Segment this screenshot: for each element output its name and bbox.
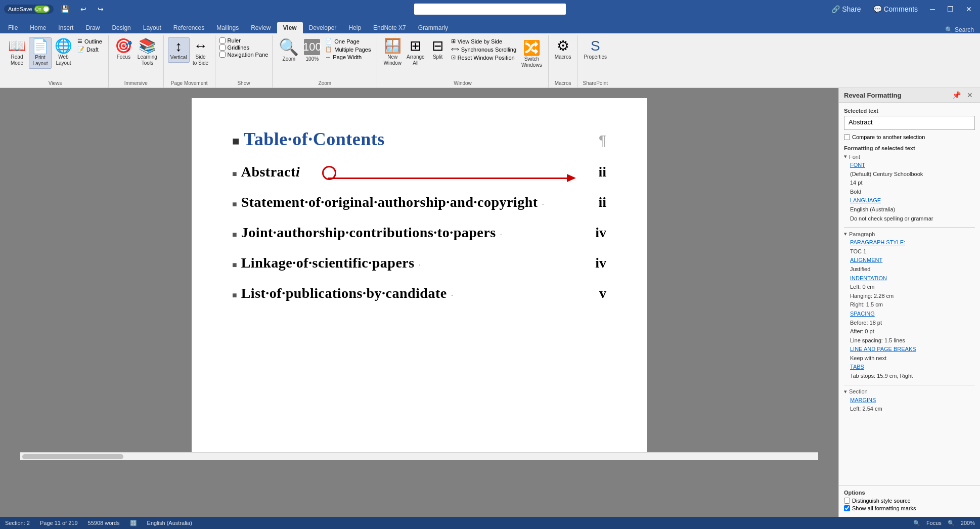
line-page-key[interactable]: LINE AND PAGE BREAKS	[850, 346, 916, 352]
split-label: Split	[433, 54, 442, 60]
document-main[interactable]: ■ Table·of·Contents ¶ ■ Abstracti ii	[0, 88, 838, 517]
show-all-marks-checkbox[interactable]	[844, 505, 850, 511]
zoom-100-button[interactable]: 100 100%	[302, 37, 322, 64]
ruler-checkbox-item[interactable]: Ruler	[219, 37, 269, 43]
selected-text-label: Selected text	[844, 108, 975, 114]
focus-button[interactable]: 🎯 Focus	[113, 37, 135, 62]
reset-window-button[interactable]: ⊡ Reset Window Position	[449, 54, 518, 61]
title-search-input[interactable]	[414, 4, 566, 15]
tab-file[interactable]: File	[2, 22, 24, 33]
spacing-after: After: 0 pt	[850, 327, 975, 336]
comments-button[interactable]: 💬 Comments	[869, 5, 922, 13]
h-scroll-thumb[interactable]	[22, 454, 123, 459]
arrow-container	[328, 173, 576, 183]
margins-key[interactable]: MARGINS	[850, 397, 876, 403]
distinguish-style-row[interactable]: Distinguish style source	[844, 498, 975, 504]
web-layout-button[interactable]: 🌐 WebLayout	[53, 37, 74, 68]
tab-mailings[interactable]: Mailings	[210, 22, 245, 33]
font-section-header[interactable]: ▾ Font	[844, 153, 975, 160]
read-mode-button[interactable]: 📖 ReadMode	[6, 37, 28, 68]
toc-main-title[interactable]: Table·of·Contents	[244, 128, 599, 150]
section-section-title: Section	[849, 388, 868, 394]
restore-button[interactable]: ❐	[943, 5, 958, 13]
tab-grammarly[interactable]: Grammarly	[412, 22, 454, 33]
margins-value: Left: 2.54 cm	[850, 405, 975, 414]
nav-pane-checkbox-item[interactable]: Navigation Pane	[219, 52, 269, 58]
tab-layout[interactable]: Layout	[137, 22, 167, 33]
redo-button[interactable]: ↪	[94, 5, 108, 13]
learning-tools-button[interactable]: 📚 LearningTools	[136, 37, 159, 68]
macros-items: ⚙ Macros	[553, 35, 573, 79]
one-page-button[interactable]: 📄 One Page	[323, 37, 373, 45]
minimize-button[interactable]: ─	[926, 5, 939, 13]
tab-home[interactable]: Home	[24, 22, 52, 33]
tab-draw[interactable]: Draw	[79, 22, 106, 33]
tab-design[interactable]: Design	[106, 22, 137, 33]
language-key[interactable]: LANGUAGE	[850, 197, 881, 203]
horizontal-scrollbar[interactable]	[20, 452, 818, 460]
section-section-header[interactable]: ▾ Section	[844, 388, 975, 395]
vertical-button[interactable]: ↕ Vertical	[168, 37, 190, 63]
section-section: ▾ Section MARGINS Left: 2.54 cm	[844, 388, 975, 414]
title-bar-center	[328, 4, 652, 15]
properties-button[interactable]: S Properties	[582, 37, 609, 62]
save-button[interactable]: 💾	[57, 5, 73, 13]
split-button[interactable]: ⊟ Split	[428, 37, 448, 62]
arrange-all-label: ArrangeAll	[407, 54, 425, 66]
toc-title-publications[interactable]: List·of·publications·by·candidate	[241, 285, 447, 301]
tab-developer[interactable]: Developer	[303, 22, 343, 33]
para-style-key[interactable]: PARAGRAPH STYLE:	[850, 239, 905, 245]
ruler-checkbox[interactable]	[219, 37, 226, 43]
multiple-pages-button[interactable]: 📋 Multiple Pages	[323, 46, 373, 53]
tab-view[interactable]: View	[277, 22, 303, 33]
arrange-all-button[interactable]: ⊞ ArrangeAll	[405, 37, 427, 68]
paragraph-section-header[interactable]: ▾ Paragraph	[844, 231, 975, 237]
macros-button[interactable]: ⚙ Macros	[553, 37, 573, 62]
sync-scrolling-button[interactable]: ⟺ Synchronous Scrolling	[449, 46, 518, 53]
show-all-marks-row[interactable]: Show all formatting marks	[844, 505, 975, 511]
alignment-key[interactable]: ALIGNMENT	[850, 257, 882, 263]
toc-entry-linkage: ■ Linkage·of·scientific·papers · iv	[232, 255, 606, 271]
tab-review[interactable]: Review	[245, 22, 277, 33]
toc-title-linkage[interactable]: Linkage·of·scientific·papers	[241, 255, 415, 271]
draft-button[interactable]: 📝 Draft	[75, 46, 104, 53]
new-window-button[interactable]: 🪟 NewWindow	[381, 37, 404, 68]
nav-pane-checkbox[interactable]	[219, 52, 226, 58]
line-spacing: Line spacing: 1.5 lines	[850, 336, 975, 345]
zoom-button[interactable]: 🔍 Zoom	[277, 37, 301, 64]
close-button[interactable]: ✕	[962, 5, 976, 13]
font-key[interactable]: FONT	[850, 162, 865, 168]
spacing-key[interactable]: SPACING	[850, 311, 875, 317]
grammar-value: Do not check spelling or grammar	[850, 214, 975, 224]
toc-title-statement[interactable]: Statement·of·original·authorship·and·cop…	[241, 194, 538, 210]
toc-title-joint[interactable]: Joint·authorship·contributions·to·papers	[241, 225, 496, 241]
switch-windows-button[interactable]: 🔀 SwitchWindows	[519, 39, 544, 70]
tab-help[interactable]: Help	[342, 22, 367, 33]
print-layout-button[interactable]: 📄 PrintLayout	[29, 37, 52, 69]
gridlines-checkbox-item[interactable]: Gridlines	[219, 45, 269, 51]
tab-references[interactable]: References	[167, 22, 210, 33]
panel-pin-button[interactable]: 📌	[950, 91, 963, 99]
tab-insert[interactable]: Insert	[52, 22, 79, 33]
document-page: ■ Table·of·Contents ¶ ■ Abstracti ii	[192, 98, 647, 452]
outline-button[interactable]: ☰ Outline	[75, 37, 104, 45]
panel-close-button[interactable]: ✕	[965, 91, 975, 99]
options-title: Options	[844, 490, 975, 496]
compare-checkbox[interactable]	[844, 134, 850, 140]
view-side-by-side-button[interactable]: ⊞ View Side by Side	[449, 37, 518, 45]
tab-endnote[interactable]: EndNote X7	[367, 22, 412, 33]
views-items: 📖 ReadMode 📄 PrintLayout 🌐 WebLayout ☰ O…	[6, 35, 104, 79]
indentation-key[interactable]: INDENTATION	[850, 275, 887, 281]
autosave-toggle[interactable]: On	[34, 6, 50, 13]
new-window-icon: 🪟	[384, 39, 402, 53]
tabs-key[interactable]: TABS	[850, 364, 864, 370]
distinguish-style-checkbox[interactable]	[844, 498, 850, 504]
selected-text-box[interactable]: Abstract	[844, 116, 975, 130]
undo-button[interactable]: ↩	[76, 5, 91, 13]
status-zoom: 200%	[961, 520, 975, 526]
side-to-side-button[interactable]: ↔ Sideto Side	[191, 37, 211, 68]
share-button[interactable]: 🔗 Share	[827, 5, 865, 13]
gridlines-checkbox[interactable]	[219, 45, 226, 51]
page-width-button[interactable]: ↔ Page Width	[323, 54, 373, 61]
status-bar: Section: 2 Page 11 of 219 55908 words 🔡 …	[0, 517, 980, 529]
